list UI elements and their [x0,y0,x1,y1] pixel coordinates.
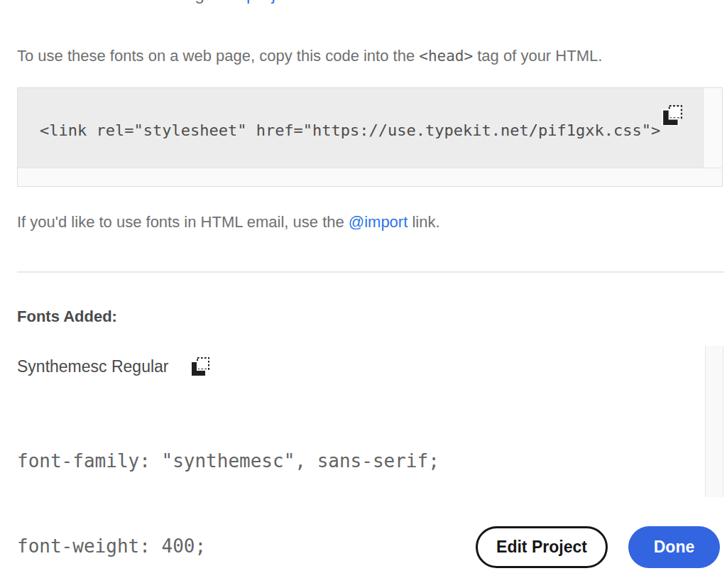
embed-code-block: <link rel="stylesheet" href="https://use… [17,87,723,187]
intro-text-before: To use these fonts on a web page, copy t… [17,47,419,65]
copy-font-css-button[interactable] [190,356,210,376]
email-note-after: link. [408,213,439,231]
copy-icon [190,368,210,379]
code-block-horizontal-scrollbar-gutter [18,168,722,186]
section-divider [17,271,724,273]
fonts-added-heading: Fonts Added: [17,307,117,326]
embed-code-text: <link rel="stylesheet" href="https://use… [40,121,660,139]
import-link[interactable]: @import [349,213,408,231]
copy-embed-code-button[interactable] [662,104,683,126]
font-css-snippet: font-family: "synthemesc", sans-serif; f… [17,390,439,588]
css-line-font-family: font-family: "synthemesc", sans-serif; [17,447,439,475]
copy-icon [662,117,683,128]
head-tag-inline-code: <head> [419,48,473,65]
done-button[interactable]: Done [628,526,720,568]
font-name-label: Synthemesc Regular [17,357,169,376]
intro-paragraph: To use these fonts on a web page, copy t… [17,45,602,67]
fonts-list-scrollbar-track[interactable] [705,346,723,497]
edit-project-button[interactable]: Edit Project [476,526,608,568]
clipped-heading: Learn more about using web projects [20,0,307,3]
code-block-vertical-scrollbar-gutter [703,88,722,168]
clipped-heading-link[interactable]: web projects [209,0,307,4]
email-note-before: If you'd like to use fonts in HTML email… [17,213,349,231]
intro-text-after: tag of your HTML. [473,47,602,65]
embed-code-pre: <link rel="stylesheet" href="https://use… [18,88,704,168]
email-note: If you'd like to use fonts in HTML email… [17,212,440,233]
clipped-heading-text: Learn more about using [20,0,209,4]
css-line-font-weight: font-weight: 400; [17,532,439,560]
web-project-dialog: Learn more about using web projects To u… [0,0,727,588]
